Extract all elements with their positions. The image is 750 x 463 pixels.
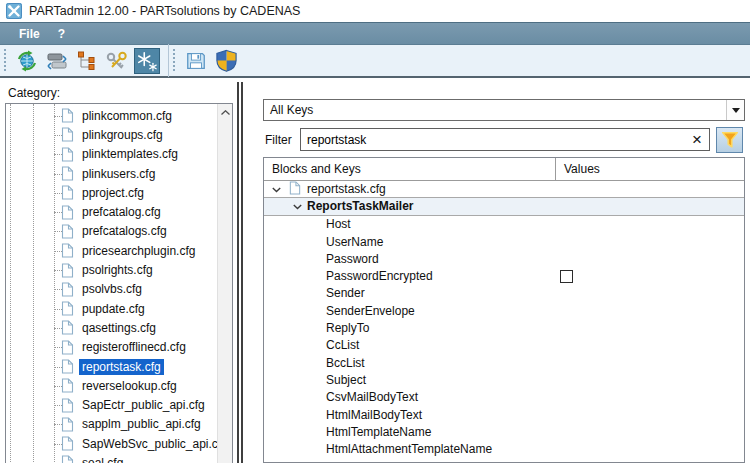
tree-item-label: sapplm_public_api.cfg — [79, 416, 204, 432]
tree-item-label: pricesearchplugin.cfg — [79, 243, 198, 259]
clear-x-icon[interactable]: × — [685, 131, 709, 148]
file-icon — [61, 301, 74, 316]
file-icon — [61, 417, 74, 432]
hierarchy-button[interactable] — [74, 48, 100, 74]
keys-button[interactable] — [104, 48, 130, 74]
tree-connector — [54, 328, 62, 329]
tree-item[interactable]: sapplm_public_api.cfg — [6, 415, 217, 434]
filter-label: Filter — [265, 133, 292, 147]
tree-item[interactable]: pupdate.cfg — [6, 299, 217, 318]
table-row[interactable]: Host — [264, 216, 744, 233]
panel-splitter[interactable] — [237, 82, 243, 463]
tree-item[interactable]: SapEctr_public_api.cfg — [6, 395, 217, 414]
file-icon — [61, 108, 74, 123]
apply-filter-button[interactable] — [716, 127, 743, 153]
file-icon — [61, 398, 74, 413]
table-row[interactable]: CsvMailBodyText — [264, 389, 744, 406]
tree-item[interactable]: registerofflinecd.cfg — [6, 338, 217, 357]
tree-item-label: SapEctr_public_api.cfg — [79, 397, 208, 413]
row-label: Host — [326, 217, 351, 231]
table-row[interactable]: ReplyTo — [264, 319, 744, 336]
row-label: Password — [326, 252, 379, 266]
file-icon — [61, 166, 74, 181]
tree-item-label: plinkgroups.cfg — [79, 127, 166, 143]
row-label: SenderEnvelope — [326, 304, 415, 318]
tree-item[interactable]: psolvbs.cfg — [6, 280, 217, 299]
table-row[interactable]: BccList — [264, 354, 744, 371]
row-label: UserName — [326, 235, 383, 249]
menu-help[interactable]: ? — [49, 24, 74, 44]
scroll-up-icon[interactable] — [218, 104, 232, 121]
table-row[interactable]: SenderEnvelope — [264, 302, 744, 319]
tree-item[interactable]: qasettings.cfg — [6, 318, 217, 337]
tree-connector — [54, 347, 62, 348]
tree-connector — [54, 424, 62, 425]
table-row[interactable]: UserName — [264, 233, 744, 250]
dropdown-button[interactable] — [726, 100, 744, 120]
expand-chevron-icon[interactable] — [293, 204, 302, 210]
tree-connector — [54, 174, 62, 175]
tree-item-label: qasettings.cfg — [79, 320, 159, 336]
save-button[interactable] — [183, 48, 209, 74]
tree-item-label: prefcatalog.cfg — [79, 204, 164, 220]
tree-item-label: psolvbs.cfg — [79, 281, 145, 297]
table-row[interactable]: reportstask.cfg — [264, 181, 744, 198]
column-header-values[interactable]: Values — [556, 158, 744, 180]
filter-input[interactable] — [301, 133, 685, 147]
value-checkbox[interactable] — [560, 270, 573, 283]
table-row[interactable]: ReportsTaskMailer — [264, 198, 744, 215]
row-label: PasswordEncrypted — [326, 269, 433, 283]
row-label: ReportsTaskMailer — [307, 199, 413, 213]
toolbar-grip-2[interactable] — [172, 49, 176, 73]
keys-scope-dropdown[interactable]: All Keys — [263, 99, 745, 121]
freeze-button[interactable] — [134, 48, 160, 74]
tree-item-label: plinkcommon.cfg — [79, 108, 175, 124]
tree-item[interactable]: reportstask.cfg — [6, 357, 217, 376]
expand-chevron-icon[interactable] — [272, 187, 281, 193]
tree-item-label: reverselookup.cfg — [79, 378, 180, 394]
tree-item[interactable]: prefcatalog.cfg — [6, 202, 217, 221]
table-row[interactable]: Sender — [264, 285, 744, 302]
tree-item[interactable]: plinkcommon.cfg — [6, 106, 217, 125]
tree-item[interactable]: SapWebSvc_public_api.cfg — [6, 434, 217, 453]
menu-file[interactable]: File — [10, 24, 49, 44]
table-row[interactable]: Subject — [264, 371, 744, 388]
admin-shield-button[interactable] — [213, 48, 239, 74]
funnel-icon — [719, 129, 741, 151]
tree-item[interactable]: reverselookup.cfg — [6, 376, 217, 395]
tree-item[interactable]: psolrights.cfg — [6, 260, 217, 279]
table-row[interactable]: CcList — [264, 337, 744, 354]
tree-connector — [54, 405, 62, 406]
table-row[interactable]: HtmlTemplateName — [264, 423, 744, 440]
table-row[interactable]: PasswordEncrypted — [264, 267, 744, 284]
tree-item-label: registerofflinecd.cfg — [79, 339, 189, 355]
table-row[interactable]: HtmlAttachmentTemplateName — [264, 440, 744, 457]
file-icon — [61, 263, 74, 278]
file-icon — [61, 378, 74, 393]
keys-table: Blocks and Keys Values reportstask.cfg R… — [263, 157, 745, 463]
tree-item[interactable]: prefcatalogs.cfg — [6, 222, 217, 241]
tree-item-label: SapWebSvc_public_api.cfg — [79, 436, 231, 452]
refresh-globe-icon — [16, 50, 38, 72]
refresh-button[interactable] — [14, 48, 40, 74]
tree-item-label: psolrights.cfg — [79, 262, 156, 278]
column-header-blocks-and-keys[interactable]: Blocks and Keys — [264, 158, 556, 180]
table-row[interactable]: HtmlMailBodyText — [264, 406, 744, 423]
transfer-button[interactable] — [44, 48, 70, 74]
transfer-icon — [46, 50, 68, 72]
tree-item[interactable]: plinkusers.cfg — [6, 164, 217, 183]
tree-connector — [54, 270, 62, 271]
table-row[interactable]: Password — [264, 250, 744, 267]
tree-scrollbar[interactable] — [217, 104, 232, 463]
tree-item-label: plinkusers.cfg — [79, 166, 158, 182]
window-title: PARTadmin 12.00 - PARTsolutions by CADEN… — [29, 4, 300, 18]
keys-scope-value: All Keys — [264, 103, 726, 117]
tree-item[interactable]: pproject.cfg — [6, 183, 217, 202]
tree-item[interactable]: plinktemplates.cfg — [6, 145, 217, 164]
toolbar — [0, 45, 750, 78]
tree-item[interactable]: pricesearchplugin.cfg — [6, 241, 217, 260]
tree-item[interactable]: plinkgroups.cfg — [6, 125, 217, 144]
file-icon — [61, 127, 74, 142]
tree-item[interactable]: seal.cfg — [6, 453, 217, 463]
toolbar-grip[interactable] — [3, 49, 7, 73]
